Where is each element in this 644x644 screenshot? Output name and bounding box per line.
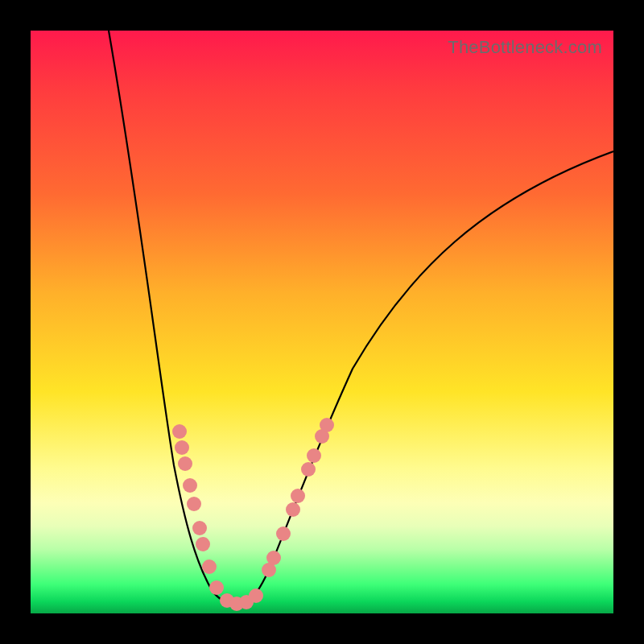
data-dot xyxy=(209,580,224,595)
data-dot xyxy=(175,440,189,455)
data-dot xyxy=(192,521,207,535)
data-dot xyxy=(301,462,316,477)
data-dot xyxy=(202,559,217,574)
data-dot xyxy=(262,563,276,577)
data-dot xyxy=(266,551,281,565)
plot-area: TheBottleneck.com xyxy=(31,31,613,613)
data-dot xyxy=(187,497,201,511)
data-dot xyxy=(172,424,187,439)
data-dot xyxy=(307,448,321,463)
data-dot xyxy=(196,537,210,551)
data-dot xyxy=(183,478,197,493)
data-dot xyxy=(276,526,291,541)
data-dot xyxy=(220,593,234,608)
data-dot xyxy=(239,595,254,609)
data-dot xyxy=(178,456,192,471)
data-dots xyxy=(172,418,334,611)
data-dot xyxy=(315,429,329,444)
data-dot xyxy=(286,502,300,517)
data-dot xyxy=(249,588,263,603)
watermark-text: TheBottleneck.com xyxy=(448,37,602,58)
chart-frame: TheBottleneck.com xyxy=(0,0,644,644)
data-dot xyxy=(229,597,244,611)
curve-layer xyxy=(31,31,613,613)
data-dot xyxy=(320,418,334,432)
bottleneck-curve xyxy=(109,31,613,604)
data-dot xyxy=(291,489,305,503)
